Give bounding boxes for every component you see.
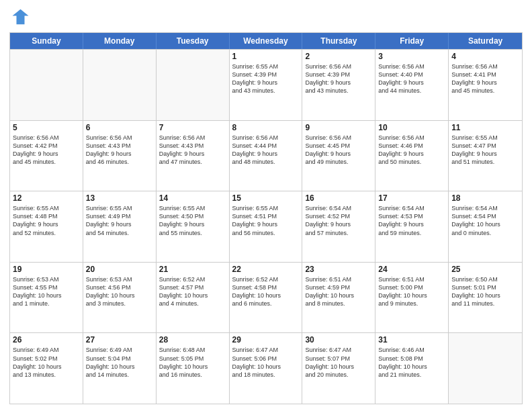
day-number: 22 <box>232 265 300 274</box>
calendar-cell: 7Sunrise: 6:56 AM Sunset: 4:43 PM Daylig… <box>157 121 230 191</box>
logo <box>9 7 32 27</box>
calendar-cell: 16Sunrise: 6:54 AM Sunset: 4:52 PM Dayli… <box>302 191 375 262</box>
cell-info: Sunrise: 6:47 AM Sunset: 5:07 PM Dayligh… <box>305 346 372 379</box>
calendar-cell: 11Sunrise: 6:55 AM Sunset: 4:47 PM Dayli… <box>449 121 522 191</box>
calendar-cell: 3Sunrise: 6:56 AM Sunset: 4:40 PM Daylig… <box>375 50 449 120</box>
day-number: 11 <box>451 123 519 132</box>
calendar-cell: 29Sunrise: 6:47 AM Sunset: 5:06 PM Dayli… <box>230 333 303 404</box>
day-number: 4 <box>451 52 519 61</box>
cell-info: Sunrise: 6:56 AM Sunset: 4:45 PM Dayligh… <box>305 134 372 167</box>
cell-info: Sunrise: 6:46 AM Sunset: 5:08 PM Dayligh… <box>378 346 445 379</box>
day-number: 21 <box>159 265 226 274</box>
logo-icon <box>9 7 30 27</box>
day-number: 8 <box>232 123 300 132</box>
day-number: 12 <box>13 193 80 203</box>
cell-info: Sunrise: 6:55 AM Sunset: 4:48 PM Dayligh… <box>13 204 80 237</box>
cell-info: Sunrise: 6:54 AM Sunset: 4:53 PM Dayligh… <box>378 204 445 237</box>
calendar-cell: 24Sunrise: 6:51 AM Sunset: 5:00 PM Dayli… <box>375 263 449 333</box>
weekday-header: Saturday <box>449 33 522 49</box>
calendar-cell: 23Sunrise: 6:51 AM Sunset: 4:59 PM Dayli… <box>302 263 375 333</box>
calendar-cell <box>10 50 83 120</box>
cell-info: Sunrise: 6:56 AM Sunset: 4:43 PM Dayligh… <box>86 134 153 167</box>
calendar-cell: 21Sunrise: 6:52 AM Sunset: 4:57 PM Dayli… <box>157 263 230 333</box>
cell-info: Sunrise: 6:52 AM Sunset: 4:58 PM Dayligh… <box>232 275 300 308</box>
day-number: 18 <box>451 193 519 203</box>
calendar-cell: 19Sunrise: 6:53 AM Sunset: 4:55 PM Dayli… <box>10 263 83 333</box>
day-number: 25 <box>451 265 519 274</box>
calendar-cell: 13Sunrise: 6:55 AM Sunset: 4:49 PM Dayli… <box>83 191 157 262</box>
day-number: 31 <box>378 335 445 345</box>
calendar-cell: 15Sunrise: 6:55 AM Sunset: 4:51 PM Dayli… <box>230 191 303 262</box>
cell-info: Sunrise: 6:49 AM Sunset: 5:02 PM Dayligh… <box>13 346 80 379</box>
cell-info: Sunrise: 6:54 AM Sunset: 4:54 PM Dayligh… <box>451 204 519 237</box>
cell-info: Sunrise: 6:56 AM Sunset: 4:41 PM Dayligh… <box>451 62 519 95</box>
cell-info: Sunrise: 6:56 AM Sunset: 4:46 PM Dayligh… <box>378 134 445 167</box>
day-number: 3 <box>378 52 445 61</box>
day-number: 24 <box>378 265 445 274</box>
day-number: 6 <box>86 123 153 132</box>
cell-info: Sunrise: 6:56 AM Sunset: 4:42 PM Dayligh… <box>13 134 80 167</box>
day-number: 23 <box>305 265 372 274</box>
calendar-cell: 10Sunrise: 6:56 AM Sunset: 4:46 PM Dayli… <box>375 121 449 191</box>
cell-info: Sunrise: 6:55 AM Sunset: 4:39 PM Dayligh… <box>232 62 300 95</box>
day-number: 17 <box>378 193 445 203</box>
day-number: 5 <box>13 123 80 132</box>
day-number: 28 <box>159 335 226 345</box>
weekday-header: Wednesday <box>230 33 303 49</box>
day-number: 20 <box>86 265 153 274</box>
cell-info: Sunrise: 6:55 AM Sunset: 4:50 PM Dayligh… <box>159 204 226 237</box>
calendar-cell: 14Sunrise: 6:55 AM Sunset: 4:50 PM Dayli… <box>157 191 230 262</box>
calendar-cell: 26Sunrise: 6:49 AM Sunset: 5:02 PM Dayli… <box>10 333 83 404</box>
calendar-cell: 20Sunrise: 6:53 AM Sunset: 4:56 PM Dayli… <box>83 263 157 333</box>
cell-info: Sunrise: 6:47 AM Sunset: 5:06 PM Dayligh… <box>232 346 300 379</box>
calendar-row: 19Sunrise: 6:53 AM Sunset: 4:55 PM Dayli… <box>10 262 522 333</box>
calendar-cell: 18Sunrise: 6:54 AM Sunset: 4:54 PM Dayli… <box>449 191 522 262</box>
cell-info: Sunrise: 6:51 AM Sunset: 5:00 PM Dayligh… <box>378 275 445 308</box>
cell-info: Sunrise: 6:53 AM Sunset: 4:55 PM Dayligh… <box>13 275 80 308</box>
day-number: 30 <box>305 335 372 345</box>
calendar-cell: 4Sunrise: 6:56 AM Sunset: 4:41 PM Daylig… <box>449 50 522 120</box>
calendar-cell: 12Sunrise: 6:55 AM Sunset: 4:48 PM Dayli… <box>10 191 83 262</box>
calendar-cell: 5Sunrise: 6:56 AM Sunset: 4:42 PM Daylig… <box>10 121 83 191</box>
calendar-cell: 6Sunrise: 6:56 AM Sunset: 4:43 PM Daylig… <box>83 121 157 191</box>
weekday-header: Tuesday <box>157 33 230 49</box>
cell-info: Sunrise: 6:50 AM Sunset: 5:01 PM Dayligh… <box>451 275 519 308</box>
calendar-cell <box>449 333 522 404</box>
calendar-cell: 31Sunrise: 6:46 AM Sunset: 5:08 PM Dayli… <box>375 333 449 404</box>
cell-info: Sunrise: 6:53 AM Sunset: 4:56 PM Dayligh… <box>86 275 153 308</box>
calendar-cell: 25Sunrise: 6:50 AM Sunset: 5:01 PM Dayli… <box>449 263 522 333</box>
day-number: 16 <box>305 193 372 203</box>
weekday-header: Sunday <box>10 33 83 49</box>
cell-info: Sunrise: 6:56 AM Sunset: 4:40 PM Dayligh… <box>378 62 445 95</box>
cell-info: Sunrise: 6:55 AM Sunset: 4:51 PM Dayligh… <box>232 204 300 237</box>
calendar-body: 1Sunrise: 6:55 AM Sunset: 4:39 PM Daylig… <box>10 49 522 404</box>
calendar: SundayMondayTuesdayWednesdayThursdayFrid… <box>9 32 523 404</box>
calendar-cell: 30Sunrise: 6:47 AM Sunset: 5:07 PM Dayli… <box>302 333 375 404</box>
cell-info: Sunrise: 6:48 AM Sunset: 5:05 PM Dayligh… <box>159 346 226 379</box>
calendar-cell: 27Sunrise: 6:49 AM Sunset: 5:04 PM Dayli… <box>83 333 157 404</box>
calendar-cell <box>157 50 230 120</box>
cell-info: Sunrise: 6:54 AM Sunset: 4:52 PM Dayligh… <box>305 204 372 237</box>
day-number: 1 <box>232 52 300 61</box>
cell-info: Sunrise: 6:52 AM Sunset: 4:57 PM Dayligh… <box>159 275 226 308</box>
day-number: 10 <box>378 123 445 132</box>
calendar-cell: 17Sunrise: 6:54 AM Sunset: 4:53 PM Dayli… <box>375 191 449 262</box>
calendar-row: 26Sunrise: 6:49 AM Sunset: 5:02 PM Dayli… <box>10 332 522 404</box>
day-number: 19 <box>13 265 80 274</box>
cell-info: Sunrise: 6:49 AM Sunset: 5:04 PM Dayligh… <box>86 346 153 379</box>
weekday-header: Monday <box>83 33 157 49</box>
calendar-row: 5Sunrise: 6:56 AM Sunset: 4:42 PM Daylig… <box>10 120 522 191</box>
cell-info: Sunrise: 6:55 AM Sunset: 4:47 PM Dayligh… <box>451 134 519 167</box>
page-container: SundayMondayTuesdayWednesdayThursdayFrid… <box>0 0 532 411</box>
day-number: 26 <box>13 335 80 345</box>
calendar-cell: 1Sunrise: 6:55 AM Sunset: 4:39 PM Daylig… <box>230 50 303 120</box>
weekday-header: Thursday <box>302 33 375 49</box>
calendar-cell: 28Sunrise: 6:48 AM Sunset: 5:05 PM Dayli… <box>157 333 230 404</box>
page-header <box>9 7 523 27</box>
cell-info: Sunrise: 6:56 AM Sunset: 4:44 PM Dayligh… <box>232 134 300 167</box>
day-number: 29 <box>232 335 300 345</box>
calendar-cell: 2Sunrise: 6:56 AM Sunset: 4:39 PM Daylig… <box>302 50 375 120</box>
day-number: 13 <box>86 193 153 203</box>
day-number: 27 <box>86 335 153 345</box>
cell-info: Sunrise: 6:56 AM Sunset: 4:39 PM Dayligh… <box>305 62 372 95</box>
